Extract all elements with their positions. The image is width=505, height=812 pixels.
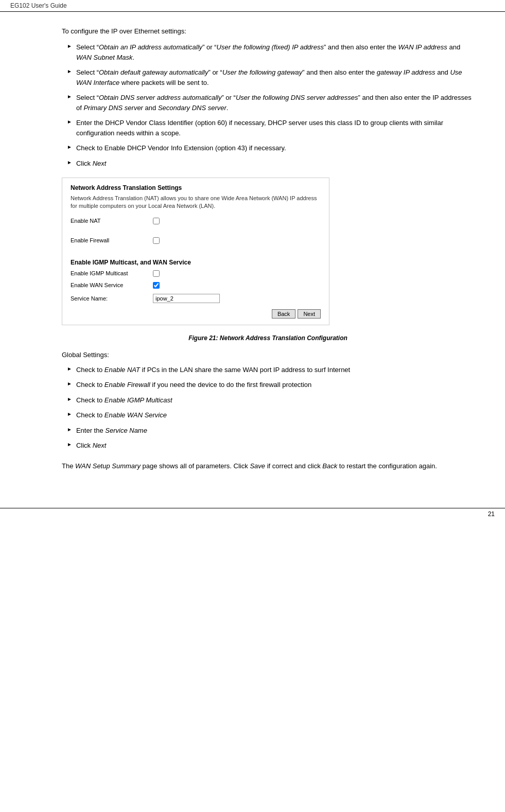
main-content: To configure the IP over Ethernet settin… [0,12,505,487]
list-item: ► Enter the DHCP Vendor Class Identifier… [62,118,474,138]
bullet-arrow-icon: ► [67,381,72,386]
list-item: ► Check to Enable IGMP Multicast [62,395,474,405]
enable-nat-row: Enable NAT [71,218,321,224]
enable-firewall-checkbox[interactable] [153,237,160,244]
back-button[interactable]: Back [272,309,295,319]
bullet-text: Select “Obtain DNS server address automa… [76,93,474,113]
global-settings-title: Global Settings: [62,351,474,359]
enable-firewall-label: Enable Firewall [71,237,153,243]
bullet-text: Click Next [76,158,107,169]
list-item: ► Check to Enable NAT if PCs in the LAN … [62,365,474,375]
figure-caption: Figure 21: Network Address Translation C… [62,334,474,342]
bullet-arrow-icon: ► [67,68,72,74]
bullet-text: Click Next [76,440,107,451]
page-header: EG102 User's Guide [0,0,505,12]
list-item: ► Enter the Service Name [62,426,474,436]
bullet-arrow-icon: ► [67,366,72,372]
next-button[interactable]: Next [298,309,321,319]
enable-igmp-label: Enable IGMP Multicast [71,270,153,276]
bullet-arrow-icon: ► [67,442,72,447]
enable-nat-label: Enable NAT [71,218,153,224]
bullet-text: Check to Enable IGMP Multicast [76,395,172,405]
bullet-arrow-icon: ► [67,119,72,125]
enable-igmp-checkbox[interactable] [153,270,160,277]
list-item: ► Select “Obtain an IP address automatic… [62,42,474,62]
list-item: ► Click Next [62,158,474,169]
list-item: ► Select “Obtain default gateway automat… [62,67,474,87]
figure-button-row: Back Next [71,309,321,319]
summary-paragraph: The WAN Setup Summary page shows all of … [62,461,474,472]
header-title: EG102 User's Guide [10,2,67,9]
page-footer: 21 [0,508,505,520]
list-item: ► Select “Obtain DNS server address auto… [62,93,474,113]
list-item: ► Click Next [62,440,474,451]
enable-nat-checkbox[interactable] [153,218,160,224]
bullet-text: Check to Enable Firewall if you need the… [76,380,311,390]
enable-firewall-row: Enable Firewall [71,237,321,244]
bullet-arrow-icon: ► [67,160,72,165]
list-item: ► Check to Enable DHCP Vendor Info Exten… [62,143,474,153]
enter-service-name-text: Enter the Service Name [76,426,147,436]
igmp-section-title: Enable IGMP Multicast, and WAN Service [71,259,321,266]
enable-wan-checkbox[interactable] [153,282,160,289]
service-name-row: Service Name: [71,294,321,303]
global-settings-list: ► Check to Enable NAT if PCs in the LAN … [62,365,474,451]
intro-paragraph: To configure the IP over Ethernet settin… [62,27,474,35]
enable-wan-label: Enable WAN Service [71,282,153,288]
list-item: ► Check to Enable Firewall if you need t… [62,380,474,390]
page-number: 21 [488,510,495,518]
bullet-arrow-icon: ► [67,43,72,49]
list-item: ► Check to Enable WAN Service [62,410,474,420]
instruction-list: ► Select “Obtain an IP address automatic… [62,42,474,168]
service-name-label: Service Name: [71,295,153,302]
bullet-text: Enter the DHCP Vendor Class Identifier (… [76,118,474,138]
service-name-input[interactable] [153,294,220,303]
bullet-arrow-icon: ► [67,411,72,417]
figure-description: Network Address Translation (NAT) allows… [71,195,321,210]
bullet-arrow-icon: ► [67,144,72,150]
bullet-arrow-icon: ► [67,396,72,402]
enable-igmp-row: Enable IGMP Multicast [71,270,321,277]
bullet-arrow-icon: ► [67,94,72,99]
enable-wan-row: Enable WAN Service [71,282,321,289]
bullet-arrow-icon: ► [67,427,72,432]
check-enable-wan-service-text: Check to Enable WAN Service [76,410,167,420]
figure-title: Network Address Translation Settings [71,184,321,191]
bullet-text: Check to Enable NAT if PCs in the LAN sh… [76,365,350,375]
figure-box: Network Address Translation Settings Net… [62,178,329,325]
bullet-text: Check to Enable DHCP Vendor Info Extensi… [76,143,286,153]
bullet-text: Select “Obtain an IP address automatical… [76,42,474,62]
bullet-text: Select “Obtain default gateway automatic… [76,67,474,87]
